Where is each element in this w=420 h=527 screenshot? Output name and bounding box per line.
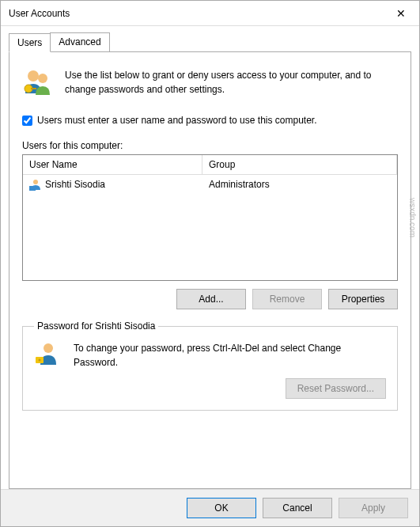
tab-strip: Users Advanced <box>9 32 411 51</box>
users-list-label: Users for this computer: <box>22 140 398 151</box>
users-list-body: Srishti Sisodia Administrators <box>23 175 397 194</box>
user-buttons-row: Add... Remove Properties <box>22 289 398 309</box>
close-button[interactable]: ✕ <box>383 1 419 26</box>
reset-password-button: Reset Password... <box>286 378 386 399</box>
properties-button[interactable]: Properties <box>328 289 398 309</box>
password-groupbox-legend: Password for Srishti Sisodia <box>34 320 158 332</box>
intro-text: Use the list below to grant or deny user… <box>65 66 398 100</box>
intro-row: Use the list below to grant or deny user… <box>22 66 398 100</box>
svg-point-0 <box>28 70 39 82</box>
table-row[interactable]: Srishti Sisodia Administrators <box>23 175 397 194</box>
add-button[interactable]: Add... <box>176 289 246 309</box>
require-password-label: Users must enter a user name and passwor… <box>37 115 317 126</box>
svg-point-8 <box>39 359 41 362</box>
svg-rect-5 <box>29 186 36 191</box>
user-name-text: Srishti Sisodia <box>45 179 105 190</box>
column-header-group[interactable]: Group <box>202 155 397 174</box>
svg-point-6 <box>44 343 53 353</box>
user-accounts-window: User Accounts ✕ Users Advanced <box>0 0 420 527</box>
cancel-button[interactable]: Cancel <box>263 498 332 518</box>
user-row-icon <box>29 178 42 191</box>
watermark-text: wsxdn.com <box>408 198 417 237</box>
password-group-text: To change your password, press Ctrl-Alt-… <box>74 341 386 372</box>
users-icon <box>22 66 54 100</box>
password-group-content: To change your password, press Ctrl-Alt-… <box>34 341 386 372</box>
password-groupbox: Password for Srishti Sisodia To change y… <box>22 320 398 411</box>
tab-container: Users Advanced Use the list below to gra… <box>1 26 419 489</box>
apply-button: Apply <box>339 498 408 518</box>
svg-point-1 <box>38 74 47 83</box>
ok-button[interactable]: OK <box>187 498 256 518</box>
user-group-cell: Administrators <box>202 175 397 194</box>
user-group-text: Administrators <box>209 179 270 190</box>
svg-rect-3 <box>31 88 36 89</box>
remove-button: Remove <box>252 289 322 309</box>
tab-users[interactable]: Users <box>9 33 51 52</box>
require-password-checkbox[interactable] <box>22 116 32 126</box>
users-list-header: User Name Group <box>23 155 397 175</box>
tab-panel-users: Use the list below to grant or deny user… <box>9 51 411 489</box>
users-list[interactable]: User Name Group Srishti Sisodia <box>22 154 398 281</box>
reset-password-row: Reset Password... <box>34 378 386 399</box>
key-icon <box>34 341 62 372</box>
svg-point-4 <box>33 180 38 184</box>
window-title: User Accounts <box>9 8 383 19</box>
column-header-username[interactable]: User Name <box>23 155 202 174</box>
dialog-button-row: OK Cancel Apply <box>1 489 419 526</box>
tab-advanced[interactable]: Advanced <box>50 32 109 51</box>
title-bar: User Accounts ✕ <box>1 1 419 26</box>
user-name-cell: Srishti Sisodia <box>23 175 202 194</box>
require-password-row[interactable]: Users must enter a user name and passwor… <box>22 115 398 126</box>
